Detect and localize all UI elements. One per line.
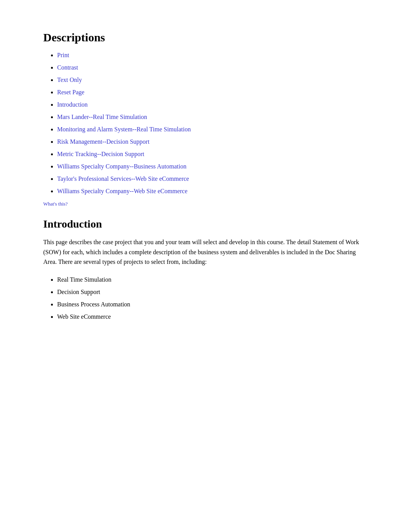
nav-link[interactable]: Reset Page xyxy=(57,89,85,95)
nav-link[interactable]: Williams Specialty Company--Web Site eCo… xyxy=(57,188,188,194)
nav-list-item: Print xyxy=(57,52,367,59)
nav-link[interactable]: Contrast xyxy=(57,64,78,71)
nav-list-item: Text Only xyxy=(57,76,367,83)
page-heading: Descriptions xyxy=(43,31,367,44)
nav-list-item: Metric Tracking--Decision Support xyxy=(57,151,367,158)
list-item: Decision Support xyxy=(57,289,367,296)
nav-list-item: Risk Management--Decision Support xyxy=(57,138,367,145)
nav-list-item: Taylor's Professional Services--Web Site… xyxy=(57,175,367,182)
nav-link[interactable]: Print xyxy=(57,52,69,58)
list-item: Business Process Automation xyxy=(57,301,367,308)
list-item: Real Time Simulation xyxy=(57,276,367,283)
list-item: Web Site eCommerce xyxy=(57,313,367,320)
intro-paragraph: This page describes the case project tha… xyxy=(43,237,367,267)
nav-list: PrintContrastText OnlyReset PageIntroduc… xyxy=(43,52,367,195)
nav-link[interactable]: Risk Management--Decision Support xyxy=(57,138,149,145)
nav-list-item: Mars Lander--Real Time Simulation xyxy=(57,114,367,121)
nav-list-item: Introduction xyxy=(57,101,367,108)
nav-link[interactable]: Monitoring and Alarm System--Real Time S… xyxy=(57,126,191,133)
nav-list-item: Williams Specialty Company--Business Aut… xyxy=(57,163,367,170)
nav-link[interactable]: Text Only xyxy=(57,76,82,83)
content-list: Real Time SimulationDecision SupportBusi… xyxy=(43,276,367,320)
nav-link[interactable]: Mars Lander--Real Time Simulation xyxy=(57,114,147,120)
nav-link[interactable]: Taylor's Professional Services--Web Site… xyxy=(57,175,189,182)
whats-this-link[interactable]: What's this? xyxy=(43,201,68,207)
section-heading: Introduction xyxy=(43,218,367,230)
nav-list-item: Reset Page xyxy=(57,89,367,96)
nav-list-item: Contrast xyxy=(57,64,367,71)
nav-link[interactable]: Williams Specialty Company--Business Aut… xyxy=(57,163,186,170)
nav-list-item: Monitoring and Alarm System--Real Time S… xyxy=(57,126,367,133)
nav-list-item: Williams Specialty Company--Web Site eCo… xyxy=(57,188,367,195)
nav-link[interactable]: Introduction xyxy=(57,101,88,108)
nav-link[interactable]: Metric Tracking--Decision Support xyxy=(57,151,144,157)
